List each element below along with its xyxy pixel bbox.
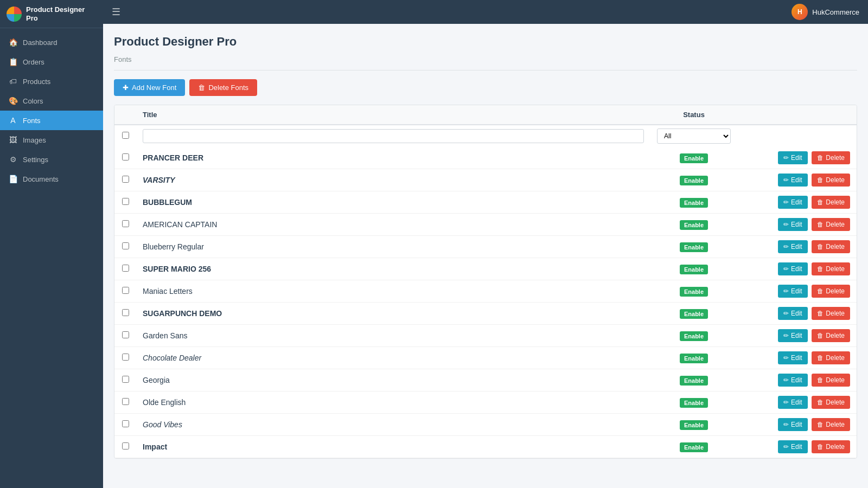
row-checkbox[interactable] xyxy=(122,354,129,361)
table-row: Good Vibes Enable ✏ Edit 🗑 Delete xyxy=(114,414,857,436)
row-checkbox[interactable] xyxy=(122,376,129,383)
delete-button[interactable]: 🗑 Delete xyxy=(812,351,850,364)
sidebar-item-products[interactable]: 🏷Products xyxy=(0,72,103,91)
edit-button[interactable]: ✏ Edit xyxy=(778,196,808,209)
sidebar-item-label: Fonts xyxy=(23,117,41,125)
sidebar-item-dashboard[interactable]: 🏠Dashboard xyxy=(0,33,103,52)
row-check-cell xyxy=(114,280,136,303)
filter-status-cell: All Enable Disable xyxy=(650,125,737,147)
pencil-icon: ✏ xyxy=(783,176,789,184)
toolbar: ✚ Add New Font 🗑 Delete Fonts xyxy=(114,79,857,96)
delete-button[interactable]: 🗑 Delete xyxy=(812,418,850,431)
edit-button[interactable]: ✏ Edit xyxy=(778,262,808,275)
row-checkbox[interactable] xyxy=(122,331,129,338)
sidebar-item-orders[interactable]: 📋Orders xyxy=(0,52,103,72)
add-font-button[interactable]: ✚ Add New Font xyxy=(114,79,185,96)
edit-label: Edit xyxy=(791,332,802,339)
delete-button[interactable]: 🗑 Delete xyxy=(812,396,850,409)
delete-button[interactable]: 🗑 Delete xyxy=(812,240,850,253)
row-title: BUBBLEGUM xyxy=(136,191,650,214)
status-badge: Enable xyxy=(680,265,708,274)
filter-check-cell xyxy=(114,125,136,147)
edit-button[interactable]: ✏ Edit xyxy=(778,418,808,431)
delete-button[interactable]: 🗑 Delete xyxy=(812,174,850,187)
delete-button[interactable]: 🗑 Delete xyxy=(812,218,850,231)
table-row: Maniac Letters Enable ✏ Edit 🗑 Delete xyxy=(114,280,857,303)
row-title: VARSITY xyxy=(136,169,650,191)
edit-label: Edit xyxy=(791,243,802,251)
delete-fonts-button[interactable]: 🗑 Delete Fonts xyxy=(189,79,257,96)
delete-button[interactable]: 🗑 Delete xyxy=(812,151,850,164)
sidebar-item-fonts[interactable]: AFonts xyxy=(0,111,103,130)
sidebar-item-documents[interactable]: 📄Documents xyxy=(0,169,103,189)
plus-icon: ✚ xyxy=(123,84,129,92)
row-checkbox[interactable] xyxy=(122,176,129,183)
edit-button[interactable]: ✏ Edit xyxy=(778,240,808,253)
delete-button[interactable]: 🗑 Delete xyxy=(812,440,850,453)
edit-button[interactable]: ✏ Edit xyxy=(778,307,808,320)
trash-icon: 🗑 xyxy=(817,443,824,451)
edit-button[interactable]: ✏ Edit xyxy=(778,285,808,298)
row-checkbox[interactable] xyxy=(122,287,129,294)
delete-button[interactable]: 🗑 Delete xyxy=(812,329,850,342)
row-checkbox[interactable] xyxy=(122,265,129,272)
row-status: Enable xyxy=(650,214,737,236)
row-status: Enable xyxy=(650,347,737,369)
row-check-cell xyxy=(114,436,136,458)
edit-button[interactable]: ✏ Edit xyxy=(778,396,808,409)
status-filter-select[interactable]: All Enable Disable xyxy=(657,129,731,144)
row-checkbox[interactable] xyxy=(122,242,129,249)
row-status: Enable xyxy=(650,191,737,214)
edit-button[interactable]: ✏ Edit xyxy=(778,218,808,231)
row-checkbox[interactable] xyxy=(122,420,129,427)
delete-button[interactable]: 🗑 Delete xyxy=(812,262,850,275)
select-all-checkbox[interactable] xyxy=(122,132,129,139)
row-title: Chocolate Dealer xyxy=(136,347,650,369)
edit-button[interactable]: ✏ Edit xyxy=(778,351,808,364)
edit-label: Edit xyxy=(791,310,802,317)
col-header-status: Status xyxy=(650,105,737,125)
pencil-icon: ✏ xyxy=(783,399,789,406)
status-badge: Enable xyxy=(680,354,708,363)
row-actions: ✏ Edit 🗑 Delete xyxy=(737,414,857,436)
row-actions: ✏ Edit 🗑 Delete xyxy=(737,391,857,414)
row-actions: ✏ Edit 🗑 Delete xyxy=(737,280,857,303)
row-checkbox[interactable] xyxy=(122,309,129,316)
row-checkbox[interactable] xyxy=(122,398,129,405)
edit-button[interactable]: ✏ Edit xyxy=(778,329,808,342)
filter-title-cell xyxy=(136,125,650,147)
sidebar-item-label: Orders xyxy=(23,58,44,66)
row-check-cell xyxy=(114,325,136,347)
delete-button[interactable]: 🗑 Delete xyxy=(812,374,850,387)
edit-button[interactable]: ✏ Edit xyxy=(778,440,808,453)
sidebar-item-images[interactable]: 🖼Images xyxy=(0,130,103,150)
delete-button[interactable]: 🗑 Delete xyxy=(812,196,850,209)
trash-icon: 🗑 xyxy=(817,332,824,339)
delete-button[interactable]: 🗑 Delete xyxy=(812,307,850,320)
row-checkbox[interactable] xyxy=(122,220,129,227)
row-checkbox[interactable] xyxy=(122,198,129,205)
edit-button[interactable]: ✏ Edit xyxy=(778,174,808,187)
delete-label: Delete xyxy=(826,154,845,162)
sidebar-item-label: Settings xyxy=(23,156,48,164)
menu-toggle-icon[interactable]: ☰ xyxy=(112,6,120,18)
settings-icon: ⚙ xyxy=(9,155,17,164)
delete-button[interactable]: 🗑 Delete xyxy=(812,285,850,298)
row-checkbox[interactable] xyxy=(122,442,129,450)
delete-label: Delete xyxy=(826,421,845,428)
edit-button[interactable]: ✏ Edit xyxy=(778,151,808,164)
title-filter-input[interactable] xyxy=(143,129,644,143)
row-check-cell xyxy=(114,414,136,436)
table-row: BUBBLEGUM Enable ✏ Edit 🗑 Delete xyxy=(114,191,857,214)
sidebar-item-colors[interactable]: 🎨Colors xyxy=(0,91,103,111)
status-badge: Enable xyxy=(680,242,708,252)
edit-button[interactable]: ✏ Edit xyxy=(778,374,808,387)
row-checkbox[interactable] xyxy=(122,153,129,160)
sidebar-item-settings[interactable]: ⚙Settings xyxy=(0,150,103,169)
row-status: Enable xyxy=(650,391,737,414)
trash-icon: 🗑 xyxy=(198,84,205,92)
row-status: Enable xyxy=(650,436,737,458)
row-check-cell xyxy=(114,191,136,214)
row-title: AMERICAN CAPTAIN xyxy=(136,214,650,236)
delete-label: Delete xyxy=(826,310,845,317)
